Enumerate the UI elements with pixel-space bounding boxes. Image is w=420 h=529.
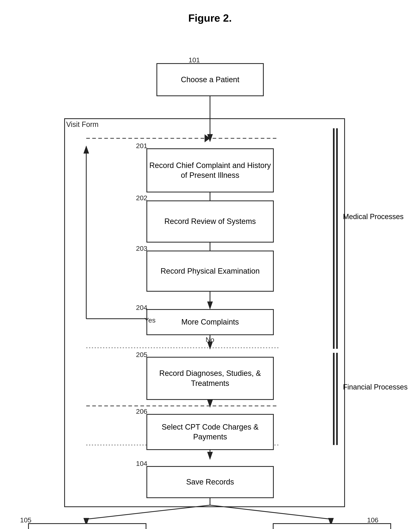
label-101: 101 (189, 56, 200, 64)
box-203: Record Physical Examination (146, 251, 274, 292)
label-204: 204 (136, 304, 148, 312)
box-101: Choose a Patient (156, 63, 264, 96)
financial-processes-label: Financial Processes (343, 383, 407, 391)
label-no: No (206, 336, 214, 344)
medical-processes-label: Medical Processes (343, 212, 404, 221)
visit-form-label: Visit Form (66, 120, 98, 129)
box-104: Save Records (146, 466, 274, 498)
label-202: 202 (136, 194, 148, 202)
box-105: Start Medical Processes & Queues (28, 523, 146, 529)
page: Figure 2. (0, 0, 420, 529)
label-205: 205 (136, 351, 148, 359)
box-106: Start Business Processes & Queues (273, 523, 391, 529)
label-201: 201 (136, 142, 148, 150)
figure-title: Figure 2. (0, 0, 420, 32)
box-206: Select CPT Code Charges & Payments (146, 414, 274, 450)
medical-double-bar (333, 128, 339, 349)
label-106: 106 (367, 516, 379, 524)
box-202: Record Review of Systems (146, 200, 274, 243)
svg-line-20 (210, 505, 331, 519)
box-204: More Complaints (146, 309, 274, 335)
label-104: 104 (136, 460, 148, 467)
label-203: 203 (136, 245, 148, 252)
flowchart: 101 Choose a Patient Visit Form Medical … (0, 32, 420, 529)
label-yes: Yes (144, 316, 155, 324)
box-205: Record Diagnoses, Studies, & Treatments (146, 357, 274, 400)
svg-line-18 (86, 505, 210, 519)
financial-double-bar (333, 353, 339, 445)
label-206: 206 (136, 408, 148, 415)
box-201: Record Chief Complaint and History of Pr… (146, 148, 274, 192)
label-105: 105 (20, 516, 31, 524)
